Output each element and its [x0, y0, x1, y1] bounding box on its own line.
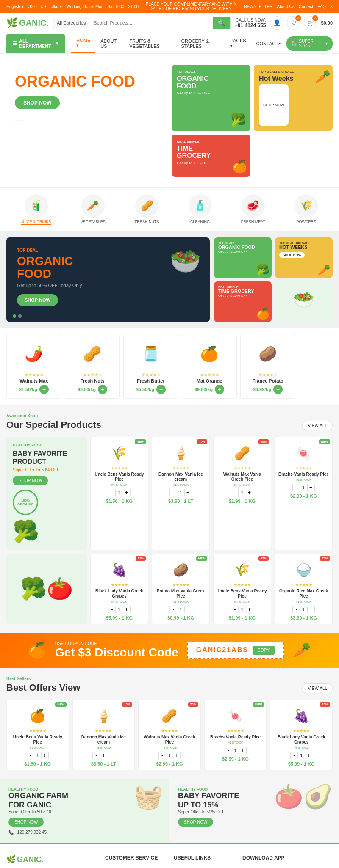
product-nuts[interactable]: 🥜 ★★★★☆ Fresh Nuts $3.50/kg +	[65, 335, 120, 399]
hero-left: ORGANIC FOOD SHOP NOW —	[6, 65, 165, 177]
nav-grocery[interactable]: GROCERY & STAPLES	[176, 33, 225, 53]
sp-img-2: 🍦	[156, 441, 206, 466]
best-name-4: Brachs Vanla Ready Pice	[208, 735, 263, 740]
main-banner-btn[interactable]: SHOP NOW	[17, 294, 58, 306]
bot-banner-btn-1[interactable]: SHOP NOW	[8, 818, 44, 827]
lang-select[interactable]: English ▾	[6, 4, 24, 9]
sp-qty-plus-8[interactable]: +	[307, 606, 315, 613]
potato-add-btn[interactable]: +	[273, 385, 283, 394]
small-banner-btn-2[interactable]: SHOP NOW	[279, 252, 305, 258]
best-qty-plus-2[interactable]: +	[107, 752, 114, 759]
sp-qty-minus-7[interactable]: -	[231, 606, 239, 613]
cat-nuts[interactable]: 🥜 FRESH NUTS	[135, 194, 159, 225]
wishlist-icon-btn[interactable]: ♡ 0	[287, 16, 300, 30]
sp-qty-plus-5[interactable]: +	[123, 606, 131, 613]
promo-title-3: TIMEGROCERY	[177, 145, 245, 160]
cat-powders[interactable]: 🌾 POWDERS	[295, 194, 318, 225]
sp-qty-minus-1[interactable]: -	[108, 489, 116, 496]
best-qty-plus-1[interactable]: +	[41, 752, 49, 759]
product-potato[interactable]: 🥔 ★★★★☆ France Potato $3.99/kg +	[240, 335, 295, 399]
logo[interactable]: 🌿 GANIC.	[6, 17, 49, 28]
promo-shop-btn-2[interactable]: SHOP NOW	[259, 84, 289, 126]
best-qty-minus-1[interactable]: -	[27, 752, 34, 759]
sp-price-5: $5.99 - 1 KG	[94, 615, 144, 620]
sp-qty-plus-7[interactable]: +	[246, 606, 253, 613]
user-icon-btn[interactable]: 👤	[270, 16, 283, 30]
store-icon: 🏪	[292, 41, 297, 46]
sp-badge-1: NEW	[135, 439, 146, 444]
hero-shop-btn[interactable]: SHOP NOW	[15, 96, 60, 109]
best-qty-minus-3[interactable]: -	[158, 752, 166, 759]
best-qty-4: - 1 +	[208, 747, 263, 754]
search-input[interactable]	[89, 18, 212, 28]
sp-qty-minus-8[interactable]: -	[292, 606, 300, 613]
promo-tag-1: TOP DEAL!	[177, 70, 245, 74]
cat-nuts-label: FRESH NUTS	[135, 220, 159, 224]
best-qty-plus-5[interactable]: +	[305, 752, 312, 759]
nuts-icon: 🥜	[135, 194, 158, 218]
cat-vegetables[interactable]: 🥕 VEGETABLES	[81, 194, 106, 225]
best-stars-1: ★★★★★	[10, 729, 65, 733]
cat-meat[interactable]: 🥩 FRESH MEAT	[241, 194, 265, 225]
sp-qty-plus-2[interactable]: +	[184, 489, 192, 496]
sp-qty-plus-3[interactable]: +	[246, 489, 253, 496]
sp-qty-minus-4[interactable]: -	[292, 484, 300, 491]
my-account-link[interactable]: NEWSLETTER	[244, 4, 272, 9]
best-qty-plus-4[interactable]: +	[239, 747, 247, 754]
nav-fruits[interactable]: FRUITS & VEGETABLES	[124, 33, 176, 53]
hero-section: ORGANIC FOOD SHOP NOW — TOP DEAL! ORGANI…	[0, 54, 339, 187]
contact-link[interactable]: Contact	[299, 4, 313, 9]
cat-cleaning[interactable]: 🧴 CLEANING	[189, 194, 212, 225]
sp-qty-plus-6[interactable]: +	[184, 606, 192, 613]
nav-pages[interactable]: PAGES ▾	[225, 33, 251, 53]
nav-home[interactable]: HOME ▾	[71, 33, 95, 53]
sp-qty-minus-3[interactable]: -	[231, 489, 239, 496]
sp-qty-plus-4[interactable]: +	[307, 484, 315, 491]
search-button[interactable]: 🔍	[213, 17, 230, 29]
all-department-btn[interactable]: ☰ ALL DEPARTMENT ▾	[6, 34, 65, 53]
small-banner-title-3: TIME GROCERY	[218, 289, 267, 294]
sp-product-7: 75% 🌾 ★★★★★ Uncle Bens Vanla Ready Pice …	[213, 554, 271, 624]
coupon-left-decor: 🍊	[28, 642, 47, 659]
nav-links: HOME ▾ ABOUT US FRUITS & VEGETABLES GROC…	[71, 33, 286, 53]
sp-price-7: $1.99 - 1 KG	[217, 615, 267, 620]
special-hero-btn[interactable]: SHOP NOW	[13, 476, 48, 485]
chili-img: 🌶️	[17, 339, 51, 369]
small-banner-tag-3: REAL SIMPLE!	[218, 286, 267, 289]
sp-qty-minus-2[interactable]: -	[170, 489, 177, 496]
best-qty-minus-5[interactable]: -	[290, 752, 298, 759]
header: 🌿 GANIC. All Categories 🔍 CALL US NOW: +…	[0, 13, 339, 33]
about-link[interactable]: About Us	[277, 4, 295, 9]
bot-banner-btn-2[interactable]: SHOP NOW	[178, 818, 213, 827]
close-topbar-btn[interactable]: ×	[330, 4, 333, 9]
search-category-dropdown[interactable]: All Categories	[53, 18, 89, 28]
cart-icon-btn[interactable]: 🛒 0	[304, 16, 317, 30]
nav-about[interactable]: ABOUT US	[95, 33, 124, 53]
faq-link[interactable]: FAQ	[317, 4, 326, 9]
sp-qty-plus-1[interactable]: +	[123, 489, 131, 496]
copy-coupon-btn[interactable]: COPY	[253, 646, 275, 655]
best-qty-minus-4[interactable]: -	[225, 747, 232, 754]
super-store-btn[interactable]: 🏪 SUPER STORE ▾	[286, 36, 333, 51]
best-view-all-btn[interactable]: VIEW ALL	[302, 683, 333, 693]
special-view-all-btn[interactable]: VIEW ALL	[302, 421, 333, 430]
sp-name-6: Potato Max Vanla Greek Pice	[156, 589, 206, 599]
chili-add-btn[interactable]: +	[39, 385, 49, 394]
product-butter[interactable]: 🫙 ★★★★☆ Fresh Butter $5.50/kg +	[123, 335, 178, 399]
product-orange[interactable]: 🍊 ★★★★★ Mat Orange $9.00/kg +	[182, 335, 237, 399]
best-qty-minus-2[interactable]: -	[92, 752, 100, 759]
orange-add-btn[interactable]: +	[215, 385, 224, 394]
product-chili[interactable]: 🌶️ ★★★★★ Walnuts Max $1.50/kg +	[6, 335, 61, 399]
sp-qty-minus-6[interactable]: -	[170, 606, 177, 613]
coupon-code[interactable]: GANIC21ABS	[196, 646, 248, 654]
user-icon: 👤	[273, 19, 281, 26]
sp-qty-minus-5[interactable]: -	[108, 606, 116, 613]
cat-juice[interactable]: 🧃 JUICE & DRINKS	[21, 194, 51, 225]
butter-add-btn[interactable]: +	[156, 385, 166, 394]
best-stock-5: IN STOCK	[274, 746, 329, 750]
nuts-add-btn[interactable]: +	[98, 385, 107, 394]
nav-contacts[interactable]: CONTACTS	[251, 33, 287, 53]
currency-select[interactable]: USD - US Dollar ▾	[28, 4, 62, 9]
vegetables-icon: 🥕	[81, 194, 105, 218]
best-qty-plus-3[interactable]: +	[173, 752, 181, 759]
